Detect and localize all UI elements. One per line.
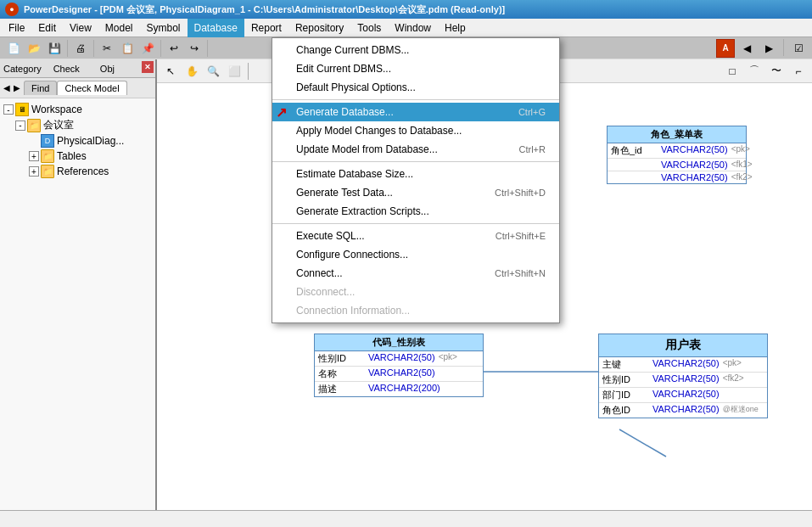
- menu-conn-info[interactable]: Connection Information...: [272, 301, 559, 320]
- menu-sep-1: [272, 99, 559, 100]
- menu-sep-3: [272, 223, 559, 224]
- menu-configure-conn[interactable]: Configure Connections...: [272, 245, 559, 264]
- cursor-arrow-icon: ↗: [276, 104, 287, 121]
- menu-apply-changes[interactable]: Apply Model Changes to Database...: [272, 121, 559, 140]
- menu-sep-2: [272, 161, 559, 162]
- menu-disconnect[interactable]: Disconnect...: [272, 283, 559, 301]
- menu-generate-scripts[interactable]: Generate Extraction Scripts...: [272, 202, 559, 221]
- dropdown-overlay[interactable]: Change Current DBMS... Edit Current DBMS…: [0, 0, 812, 527]
- menu-edit-dbms[interactable]: Edit Current DBMS...: [272, 59, 559, 78]
- database-dropdown-menu: Change Current DBMS... Edit Current DBMS…: [272, 37, 560, 323]
- menu-estimate-size[interactable]: Estimate Database Size...: [272, 165, 559, 183]
- menu-change-dbms[interactable]: Change Current DBMS...: [272, 41, 559, 59]
- menu-default-options[interactable]: Default Physical Options...: [272, 78, 559, 97]
- menu-generate-database[interactable]: ↗ Generate Database... Ctrl+G: [272, 103, 559, 121]
- menu-update-model[interactable]: Update Model from Database... Ctrl+R: [272, 140, 559, 159]
- menu-connect[interactable]: Connect... Ctrl+Shift+N: [272, 264, 559, 283]
- menu-generate-test[interactable]: Generate Test Data... Ctrl+Shift+D: [272, 183, 559, 202]
- menu-execute-sql[interactable]: Execute SQL... Ctrl+Shift+E: [272, 227, 559, 245]
